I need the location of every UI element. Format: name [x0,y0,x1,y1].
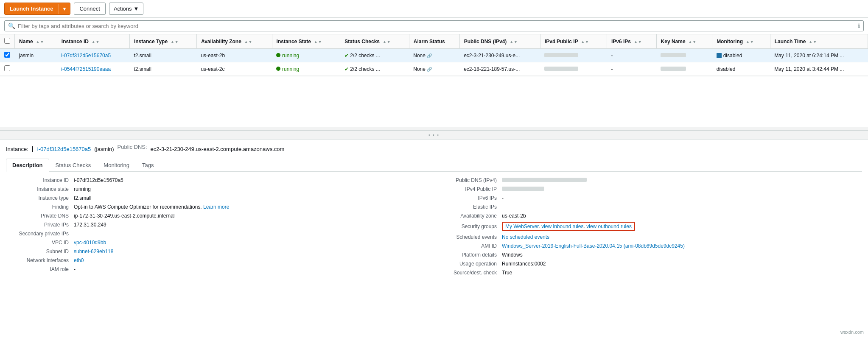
detail-instance-id-link[interactable]: i-07df312d5e15670a5 [37,146,91,152]
value-instance-type: t2.small [74,195,434,201]
row2-state: running [272,62,340,76]
detail-content: Instance ID i-07df312d5e15670a5 Instance… [6,177,862,279]
tab-monitoring[interactable]: Monitoring [97,159,136,172]
th-key-name[interactable]: Key Name ▲▼ [656,34,712,49]
row2-alarm: None 🔗 [409,62,459,76]
value-private-dns: ip-172-31-30-249.us-east-2.compute.inter… [74,213,434,219]
row2-name [15,62,57,76]
field-instance-id: Instance ID i-07df312d5e15670a5 [6,177,434,183]
instances-table: Name ▲▼ Instance ID ▲▼ Instance Type ▲▼ … [0,34,868,76]
scheduled-events-link[interactable]: No scheduled events [502,234,549,240]
field-source-dest: Source/dest. check True [434,270,862,276]
row1-state-dot [276,53,280,57]
row1-monitoring-badge [717,53,722,58]
inbound-rules-link[interactable]: view inbound rules [541,223,583,229]
tab-description[interactable]: Description [6,159,49,172]
th-status-checks[interactable]: Status Checks ▲▼ [340,34,409,49]
value-ipv6-ips: - [502,195,862,201]
row2-id-link[interactable]: i-0544f72515190eaaa [61,66,111,72]
label-vpc-id: VPC ID [6,240,74,246]
value-ami-id: Windows_Server-2019-English-Full-Base-20… [502,243,862,249]
security-group-link[interactable]: My WebServer [505,223,538,229]
monitoring-sort-icon: ▲▼ [745,39,754,44]
value-iam-role: - [74,266,434,272]
th-ipv4-public-ip[interactable]: IPv4 Public IP ▲▼ [540,34,607,49]
ami-id-link[interactable]: Windows_Server-2019-English-Full-Base-20… [502,243,685,249]
field-network-interfaces: Network interfaces eth0 [6,257,434,263]
field-ipv6-ips: IPv6 IPs - [434,195,862,201]
label-elastic-ips: Elastic IPs [434,204,502,210]
row1-ipv6: - [607,49,657,62]
eth0-link[interactable]: eth0 [74,257,84,263]
label-ipv6-ips: IPv6 IPs [434,195,502,201]
detail-right-col: Public DNS (IPv4) IPv4 Public IP IPv6 IP… [434,177,862,279]
row2-launch: May 11, 2020 at 3:42:44 PM ... [770,62,868,76]
row2-instance-id: i-0544f72515190eaaa [57,62,129,76]
label-instance-state: Instance state [6,186,74,192]
row1-keyname [656,49,712,62]
vpc-link[interactable]: vpc-d010d9bb [74,240,106,246]
th-instance-id[interactable]: Instance ID ▲▼ [57,34,129,49]
name-sort-icon: ▲▼ [36,39,44,44]
instances-table-wrap: Name ▲▼ Instance ID ▲▼ Instance Type ▲▼ … [0,34,868,76]
detail-dns-label: Public DNS: [118,144,147,150]
row2-ipv4-blurred [544,67,578,71]
row1-checkbox[interactable] [4,52,10,58]
row1-dns: ec2-3-21-230-249.us-e... [459,49,540,62]
search-input[interactable] [18,23,855,29]
launch-instance-button[interactable]: Launch Instance ▼ [4,3,70,15]
th-instance-type[interactable]: Instance Type ▲▼ [129,34,196,49]
label-secondary-ips: Secondary private IPs [6,231,74,237]
th-availability-zone[interactable]: Availability Zone ▲▼ [196,34,272,49]
dns-sort-icon: ▲▼ [510,39,518,44]
detail-instance-name: (jasmin) [94,146,114,152]
outbound-rules-link[interactable]: view outbound rules [586,223,632,229]
row1-id-link[interactable]: i-07df312d5e15670a5 [61,53,111,59]
value-instance-state: running [74,186,434,192]
th-monitoring[interactable]: Monitoring ▲▼ [712,34,770,49]
subnet-link[interactable]: subnet-629eb118 [74,249,113,254]
label-platform-details: Platform details [434,252,502,258]
field-subnet-id: Subnet ID subnet-629eb118 [6,249,434,254]
connect-button[interactable]: Connect [74,3,105,15]
th-name[interactable]: Name ▲▼ [15,34,57,49]
th-ipv6-ips[interactable]: IPv6 IPs ▲▼ [607,34,657,49]
launch-instance-dropdown[interactable]: ▼ [59,4,70,14]
value-instance-id: i-07df312d5e15670a5 [74,177,434,183]
th-checkbox[interactable] [0,34,15,49]
detail-left-col: Instance ID i-07df312d5e15670a5 Instance… [6,177,434,279]
learn-more-link[interactable]: Learn more [203,204,229,210]
table-row[interactable]: i-0544f72515190eaaa t2.small us-east-2c … [0,62,868,76]
th-launch-time[interactable]: Launch Time ▲▼ [770,34,868,49]
row1-checks: ✔ 2/2 checks ... [340,49,409,62]
keyname-sort-icon: ▲▼ [688,39,697,44]
tab-tags[interactable]: Tags [136,159,160,172]
ipv4-sort-icon: ▲▼ [581,39,589,44]
th-alarm-status[interactable]: Alarm Status [409,34,459,49]
field-public-dns: Public DNS (IPv4) [434,177,862,183]
field-elastic-ips: Elastic IPs [434,204,862,210]
field-iam-role: IAM role - [6,266,434,272]
select-all-checkbox[interactable] [4,38,10,44]
actions-button[interactable]: Actions ▼ [109,3,144,15]
table-row[interactable]: jasmin i-07df312d5e15670a5 t2.small us-e… [0,49,868,62]
th-instance-state[interactable]: Instance State ▲▼ [272,34,340,49]
cursor-icon [32,146,33,152]
launch-instance-main[interactable]: Launch Instance [5,3,59,14]
row2-checkbox[interactable] [4,65,10,71]
label-finding: Finding [6,204,74,210]
row1-key-blurred [661,53,686,57]
th-public-dns[interactable]: Public DNS (IPv4) ▲▼ [459,34,540,49]
resize-handle[interactable]: • • • [0,131,868,140]
field-private-dns: Private DNS ip-172-31-30-249.us-east-2.c… [6,213,434,219]
row2-ipv6: - [607,62,657,76]
value-ipv4-public [502,186,862,192]
label-az: Availability zone [434,213,502,219]
info-icon[interactable]: ℹ [858,22,860,29]
resize-dots-icon: • • • [428,133,440,137]
value-private-ips: 172.31.30.249 [74,222,434,228]
search-icon: 🔍 [8,22,15,29]
tab-status-checks[interactable]: Status Checks [49,159,98,172]
horizontal-scrollbar[interactable] [0,127,868,131]
row1-ipv4-blurred [544,53,578,57]
